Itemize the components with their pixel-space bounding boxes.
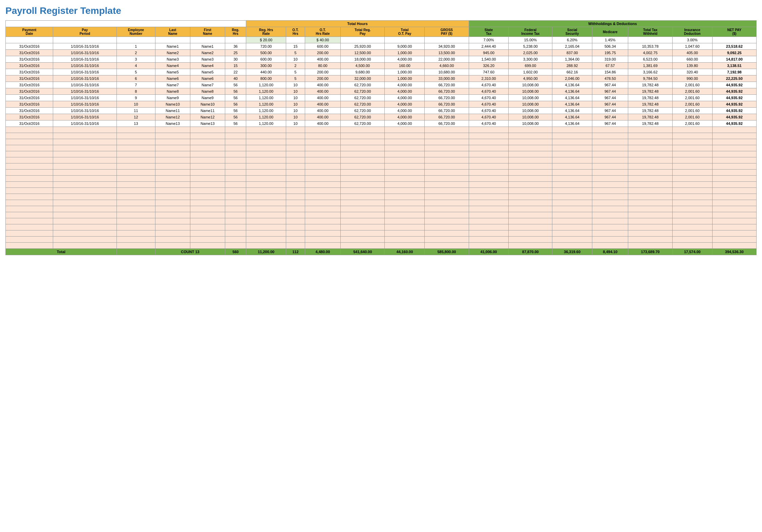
table-row: 31/Oct/20161/10/16-31/10/1610Name10Name1… xyxy=(6,101,757,108)
total-row: Total COUNT 13 560 11,200.00 112 4,480.0… xyxy=(6,249,757,255)
table-row: 31/Oct/20161/10/16-31/10/1613Name13Name1… xyxy=(6,120,757,127)
empty-row xyxy=(6,243,757,249)
empty-row xyxy=(6,145,757,151)
total-state-tax: 41,006.00 xyxy=(469,249,509,255)
col-state-tax: StateTax xyxy=(469,27,509,37)
total-label: Total xyxy=(6,249,117,255)
empty-row xyxy=(6,139,757,145)
col-federal-income-tax: FederalIncome Tax xyxy=(509,27,552,37)
empty-row xyxy=(6,212,757,218)
empty-row xyxy=(6,224,757,230)
table-row: 31/Oct/20161/10/16-31/10/166Name6Name640… xyxy=(6,75,757,82)
total-social-security: 36,319.60 xyxy=(552,249,592,255)
total-gross-pay: 585,800.00 xyxy=(425,249,469,255)
table-row: 31/Oct/20161/10/16-31/10/164Name4Name415… xyxy=(6,63,757,69)
reg-hrs-rate-value: $ 20.00 xyxy=(246,37,286,43)
group-header-row: Total Hours Withholdings & Deductions xyxy=(6,21,757,27)
empty-row xyxy=(6,176,757,182)
total-ot-hrs-rate: 4,480.00 xyxy=(305,249,340,255)
social-security-rate: 6.20% xyxy=(552,37,592,43)
total-medicare: 8,494.10 xyxy=(592,249,628,255)
col-insurance-deduction: InsuranceDeduction xyxy=(672,27,712,37)
total-total-reg-pay: 541,640.00 xyxy=(341,249,385,255)
empty-row xyxy=(6,188,757,194)
total-hours-header: Total Hours xyxy=(246,21,469,27)
col-social-security: SocialSecurity xyxy=(552,27,592,37)
total-reg-hrs-rate: 11,200.00 xyxy=(246,249,286,255)
table-row: 31/Oct/20161/10/16-31/10/1612Name12Name1… xyxy=(6,114,757,120)
col-ot-hrs-rate: O.T.Hrs Rate xyxy=(305,27,340,37)
empty-row xyxy=(6,230,757,237)
empty-row xyxy=(6,133,757,139)
col-net-pay: NET PAY($) xyxy=(712,27,756,37)
empty-row xyxy=(6,163,757,170)
total-federal-income-tax: 87,870.00 xyxy=(509,249,552,255)
col-payment-date: PaymentDate xyxy=(6,27,53,37)
column-header-row: PaymentDate PayPeriod EmployeeNumber Las… xyxy=(6,27,757,37)
total-total-tax-withheld: 173,689.70 xyxy=(628,249,672,255)
empty-row xyxy=(6,157,757,163)
total-reg-hrs: 560 xyxy=(225,249,246,255)
table-row: 31/Oct/20161/10/16-31/10/1611Name11Name1… xyxy=(6,108,757,114)
medicare-rate: 1.45% xyxy=(592,37,628,43)
col-total-reg-pay: Total Reg.Pay xyxy=(341,27,385,37)
total-insurance-deduction: 17,574.00 xyxy=(672,249,712,255)
table-row: 31/Oct/20161/10/16-31/10/163Name3Name330… xyxy=(6,56,757,63)
col-first-name: FirstName xyxy=(190,27,225,37)
empty-row xyxy=(6,194,757,200)
empty-row xyxy=(6,151,757,157)
state-tax-rate: 7.00% xyxy=(469,37,509,43)
table-row: 31/Oct/20161/10/16-31/10/168Name8Name856… xyxy=(6,88,757,95)
withholdings-header: Withholdings & Deductions xyxy=(469,21,756,27)
col-total-ot-pay: TotalO.T. Pay xyxy=(385,27,425,37)
table-row: 31/Oct/20161/10/16-31/10/167Name7Name756… xyxy=(6,82,757,88)
col-gross-pay: GROSSPAY ($) xyxy=(425,27,469,37)
table-row: 31/Oct/20161/10/16-31/10/169Name9Name956… xyxy=(6,95,757,101)
ot-hrs-rate-value: $ 40.00 xyxy=(305,37,340,43)
table-row: 31/Oct/20161/10/16-31/10/161Name1Name136… xyxy=(6,43,757,50)
empty-row xyxy=(6,218,757,224)
empty-row xyxy=(6,237,757,243)
col-reg-hrs-rate: Reg. HrsRate xyxy=(246,27,286,37)
empty-row xyxy=(6,170,757,176)
col-reg-hrs: Reg.Hrs xyxy=(225,27,246,37)
total-total-ot-pay: 44,160.00 xyxy=(385,249,425,255)
col-last-name: LastName xyxy=(155,27,190,37)
table-row: 31/Oct/20161/10/16-31/10/162Name2Name225… xyxy=(6,50,757,56)
col-emp-number: EmployeeNumber xyxy=(117,27,155,37)
col-pay-period: PayPeriod xyxy=(53,27,117,37)
empty-row xyxy=(6,182,757,188)
col-total-tax-withheld: Total TaxWithheld xyxy=(628,27,672,37)
rate-row: $ 20.00 $ 40.00 7.00% 15.00% 6.20% 1.45%… xyxy=(6,37,757,43)
table-row: 31/Oct/20161/10/16-31/10/165Name5Name522… xyxy=(6,69,757,75)
total-count: COUNT 13 xyxy=(155,249,225,255)
col-medicare: Medicare xyxy=(592,27,628,37)
total-net-pay: 394,536.30 xyxy=(712,249,756,255)
empty-row xyxy=(6,127,757,133)
federal-income-tax-rate: 15.00% xyxy=(509,37,552,43)
page-title: Payroll Register Template xyxy=(5,5,757,16)
col-ot-hrs: O.T.Hrs xyxy=(286,27,305,37)
empty-row xyxy=(6,206,757,212)
total-ot-hrs: 112 xyxy=(286,249,305,255)
empty-row xyxy=(6,200,757,206)
insurance-deduction-rate: 3.00% xyxy=(672,37,712,43)
